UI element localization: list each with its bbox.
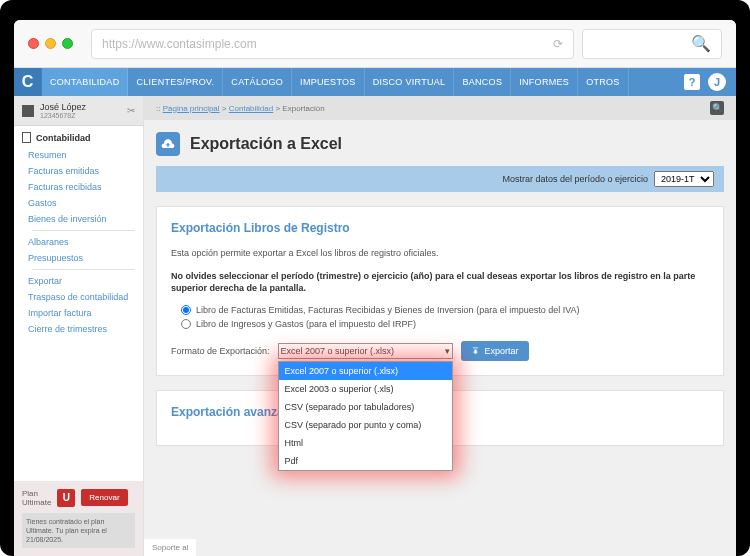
radio-irpf-label: Libro de Ingresos y Gastos (para el impu… — [196, 319, 416, 329]
side-facturas-emitidas[interactable]: Facturas emitidas — [22, 163, 143, 179]
help-icon[interactable]: ? — [684, 74, 700, 90]
search-icon: 🔍 — [691, 34, 711, 53]
plan-row: Plan Ultimate U Renovar — [22, 489, 135, 507]
side-importar[interactable]: Importar factura — [22, 305, 143, 321]
export-button-label: Exportar — [485, 346, 519, 356]
divider — [32, 269, 135, 270]
nav-bancos[interactable]: BANCOS — [454, 68, 511, 96]
plan-label: Plan — [22, 489, 51, 498]
format-opt-csv-semi[interactable]: CSV (separado por punto y coma) — [279, 416, 452, 434]
soporte-tab[interactable]: Soporte al — [144, 539, 196, 556]
format-dropdown: Excel 2007 o superior (.xlsx) Excel 2003… — [278, 361, 453, 471]
format-select-wrap: Excel 2007 o superior (.xlsx) ▾ Excel 20… — [278, 343, 453, 359]
format-row: Formato de Exportación: Excel 2007 o sup… — [171, 341, 709, 361]
avatar[interactable]: J — [708, 73, 726, 91]
divider — [32, 230, 135, 231]
browser-search[interactable]: 🔍 — [582, 29, 722, 59]
url-input[interactable]: https://www.contasimple.com ⟳ — [91, 29, 574, 59]
plan-name: Ultimate — [22, 498, 51, 507]
radio-irpf[interactable]: Libro de Ingresos y Gastos (para el impu… — [181, 319, 709, 329]
chevron-down-icon: ▾ — [445, 346, 450, 356]
nav-right: ? J — [674, 68, 736, 96]
top-nav: C CONTABILIDAD CLIENTES/PROV. CATÁLOGO I… — [14, 68, 736, 96]
plan-labels: Plan Ultimate — [22, 489, 51, 507]
nav-informes[interactable]: INFORMES — [511, 68, 578, 96]
period-select[interactable]: 2019-1T — [654, 171, 714, 187]
side-header: Contabilidad — [22, 132, 143, 143]
page-title: Exportación a Excel — [190, 135, 342, 153]
side-header-label: Contabilidad — [36, 133, 91, 143]
period-label: Mostrar datos del período o ejercicio — [502, 174, 648, 184]
radio-iva-label: Libro de Facturas Emitidas, Facturas Rec… — [196, 305, 580, 315]
side-section: Contabilidad Resumen Facturas emitidas F… — [14, 126, 143, 343]
format-opt-csv-tab[interactable]: CSV (separado por tabuladores) — [279, 398, 452, 416]
browser-frame: https://www.contasimple.com ⟳ 🔍 C CONTAB… — [0, 0, 750, 556]
download-icon — [471, 346, 480, 355]
radio-iva-input[interactable] — [181, 305, 191, 315]
sidebar: José López 12345678Z ✂ Contabilidad Resu… — [14, 96, 144, 556]
nav-clientes[interactable]: CLIENTES/PROV. — [128, 68, 223, 96]
side-bienes[interactable]: Bienes de inversión — [22, 211, 143, 227]
format-label: Formato de Exportación: — [171, 346, 270, 356]
window-controls — [28, 38, 73, 49]
renovar-button[interactable]: Renovar — [81, 489, 127, 506]
breadcrumb: :: Página principal > Contabilidad > Exp… — [144, 96, 736, 120]
maximize-icon[interactable] — [62, 38, 73, 49]
format-opt-xlsx[interactable]: Excel 2007 o superior (.xlsx) — [279, 362, 452, 380]
close-icon[interactable] — [28, 38, 39, 49]
content: Exportación a Excel Mostrar datos del pe… — [144, 120, 736, 458]
export-button[interactable]: Exportar — [461, 341, 529, 361]
scissors-icon[interactable]: ✂ — [127, 105, 135, 116]
bc-section[interactable]: Contabilidad — [229, 104, 273, 113]
url-text: https://www.contasimple.com — [102, 37, 257, 51]
nav-otros[interactable]: OTROS — [578, 68, 629, 96]
card-libros-registro: Exportación Libros de Registro Esta opci… — [156, 206, 724, 376]
side-cierre[interactable]: Cierre de trimestres — [22, 321, 143, 337]
nav-catalogo[interactable]: CATÁLOGO — [223, 68, 292, 96]
format-opt-html[interactable]: Html — [279, 434, 452, 452]
nav-contabilidad[interactable]: CONTABILIDAD — [42, 68, 128, 96]
app: C CONTABILIDAD CLIENTES/PROV. CATÁLOGO I… — [14, 68, 736, 556]
side-gastos[interactable]: Gastos — [22, 195, 143, 211]
format-select[interactable]: Excel 2007 o superior (.xlsx) ▾ — [278, 343, 453, 359]
nav-impuestos[interactable]: IMPUESTOS — [292, 68, 365, 96]
card1-title: Exportación Libros de Registro — [171, 221, 709, 235]
card1-p1: Esta opción permite exportar a Excel los… — [171, 247, 709, 260]
side-albaranes[interactable]: Albaranes — [22, 234, 143, 250]
user-block: José López 12345678Z ✂ — [14, 96, 143, 126]
user-id: 12345678Z — [40, 112, 121, 119]
format-opt-pdf[interactable]: Pdf — [279, 452, 452, 470]
side-presupuestos[interactable]: Presupuestos — [22, 250, 143, 266]
app-logo[interactable]: C — [14, 68, 42, 96]
side-exportar[interactable]: Exportar — [22, 273, 143, 289]
side-resumen[interactable]: Resumen — [22, 147, 143, 163]
plan-badge: U — [57, 489, 75, 507]
breadcrumb-path: :: Página principal > Contabilidad > Exp… — [156, 104, 325, 113]
plan-box: Plan Ultimate U Renovar Tienes contratad… — [14, 481, 143, 556]
body: José López 12345678Z ✂ Contabilidad Resu… — [14, 96, 736, 556]
side-facturas-recibidas[interactable]: Facturas recibidas — [22, 179, 143, 195]
user-name: José López — [40, 102, 121, 112]
side-traspaso[interactable]: Traspaso de contabilidad — [22, 289, 143, 305]
bc-page: Exportación — [282, 104, 324, 113]
nav-disco[interactable]: DISCO VIRTUAL — [365, 68, 455, 96]
browser-window: https://www.contasimple.com ⟳ 🔍 C CONTAB… — [14, 20, 736, 556]
doc-icon — [22, 132, 31, 143]
bc-home[interactable]: Página principal — [163, 104, 220, 113]
radio-iva[interactable]: Libro de Facturas Emitidas, Facturas Rec… — [181, 305, 709, 315]
browser-toolbar: https://www.contasimple.com ⟳ 🔍 — [14, 20, 736, 68]
refresh-icon[interactable]: ⟳ — [553, 37, 563, 51]
search-icon[interactable]: 🔍 — [710, 101, 724, 115]
main-content: :: Página principal > Contabilidad > Exp… — [144, 96, 736, 556]
radio-irpf-input[interactable] — [181, 319, 191, 329]
user-text: José López 12345678Z — [40, 102, 121, 119]
cloud-upload-icon — [156, 132, 180, 156]
page-title-row: Exportación a Excel — [156, 132, 724, 156]
card1-p2: No olvides seleccionar el período (trime… — [171, 270, 709, 295]
period-bar: Mostrar datos del período o ejercicio 20… — [156, 166, 724, 192]
format-opt-xls[interactable]: Excel 2003 o superior (.xls) — [279, 380, 452, 398]
plan-text: Tienes contratado el plan Ultimate. Tu p… — [22, 513, 135, 548]
user-icon — [22, 105, 34, 117]
minimize-icon[interactable] — [45, 38, 56, 49]
